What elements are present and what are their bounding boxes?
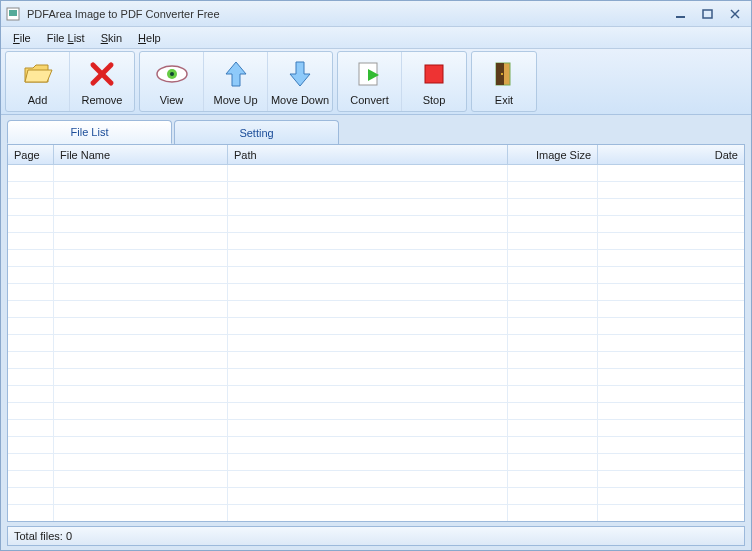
stop-label: Stop xyxy=(423,94,446,106)
stop-icon xyxy=(422,58,446,90)
toolbar-group-action: Convert Stop xyxy=(337,51,467,112)
moveup-label: Move Up xyxy=(213,94,257,106)
menu-skin[interactable]: Skin xyxy=(95,30,128,46)
menu-filelist[interactable]: File List xyxy=(41,30,91,46)
tabs: File List Setting xyxy=(1,115,751,144)
convert-button[interactable]: Convert xyxy=(338,52,402,111)
menubar: File File List Skin Help xyxy=(1,27,751,49)
movedown-label: Move Down xyxy=(271,94,329,106)
toolbar-group-file: Add Remove xyxy=(5,51,135,112)
menu-file[interactable]: File xyxy=(7,30,37,46)
view-button[interactable]: View xyxy=(140,52,204,111)
file-list-panel: Page File Name Path Image Size Date xyxy=(7,144,745,522)
table-row[interactable] xyxy=(8,233,744,250)
table-row[interactable] xyxy=(8,199,744,216)
toolbar-group-exit: Exit xyxy=(471,51,537,112)
statusbar: Total files: 0 xyxy=(7,526,745,546)
table-row[interactable] xyxy=(8,505,744,521)
table-row[interactable] xyxy=(8,420,744,437)
minimize-button[interactable] xyxy=(669,6,693,22)
tab-setting[interactable]: Setting xyxy=(174,120,339,144)
toolbar: Add Remove View Move Up Move Down xyxy=(1,49,751,115)
exit-label: Exit xyxy=(495,94,513,106)
table-row[interactable] xyxy=(8,488,744,505)
tab-filelist-label: File List xyxy=(71,126,109,138)
table-row[interactable] xyxy=(8,216,744,233)
door-exit-icon xyxy=(490,58,518,90)
convert-label: Convert xyxy=(350,94,389,106)
table-row[interactable] xyxy=(8,318,744,335)
table-row[interactable] xyxy=(8,352,744,369)
svg-point-10 xyxy=(170,72,174,76)
exit-button[interactable]: Exit xyxy=(472,52,536,111)
table-row[interactable] xyxy=(8,267,744,284)
folder-open-icon xyxy=(22,58,54,90)
col-page[interactable]: Page xyxy=(8,145,54,164)
maximize-button[interactable] xyxy=(696,6,720,22)
app-window: PDFArea Image to PDF Converter Free File… xyxy=(0,0,752,551)
svg-rect-12 xyxy=(425,65,443,83)
status-text: Total files: 0 xyxy=(14,530,72,542)
titlebar: PDFArea Image to PDF Converter Free xyxy=(1,1,751,27)
tab-setting-label: Setting xyxy=(239,127,273,139)
remove-button[interactable]: Remove xyxy=(70,52,134,111)
window-title: PDFArea Image to PDF Converter Free xyxy=(27,8,220,20)
table-row[interactable] xyxy=(8,437,744,454)
tab-filelist[interactable]: File List xyxy=(7,120,172,144)
convert-icon xyxy=(355,58,385,90)
table-row[interactable] xyxy=(8,335,744,352)
table-row[interactable] xyxy=(8,301,744,318)
remove-label: Remove xyxy=(82,94,123,106)
arrow-up-icon xyxy=(224,58,248,90)
arrow-down-icon xyxy=(288,58,312,90)
delete-x-icon xyxy=(87,58,117,90)
stop-button[interactable]: Stop xyxy=(402,52,466,111)
close-button[interactable] xyxy=(723,6,747,22)
table-row[interactable] xyxy=(8,403,744,420)
svg-point-15 xyxy=(501,73,503,75)
add-button[interactable]: Add xyxy=(6,52,70,111)
table-row[interactable] xyxy=(8,369,744,386)
table-row[interactable] xyxy=(8,454,744,471)
table-header: Page File Name Path Image Size Date xyxy=(8,145,744,165)
table-row[interactable] xyxy=(8,284,744,301)
table-row[interactable] xyxy=(8,165,744,182)
movedown-button[interactable]: Move Down xyxy=(268,52,332,111)
svg-rect-3 xyxy=(703,10,712,18)
col-path[interactable]: Path xyxy=(228,145,508,164)
moveup-button[interactable]: Move Up xyxy=(204,52,268,111)
table-row[interactable] xyxy=(8,471,744,488)
svg-rect-1 xyxy=(9,10,17,16)
col-imagesize[interactable]: Image Size xyxy=(508,145,598,164)
eye-icon xyxy=(155,58,189,90)
table-row[interactable] xyxy=(8,386,744,403)
col-date[interactable]: Date xyxy=(598,145,744,164)
col-filename[interactable]: File Name xyxy=(54,145,228,164)
table-row[interactable] xyxy=(8,250,744,267)
add-label: Add xyxy=(28,94,48,106)
table-row[interactable] xyxy=(8,182,744,199)
view-label: View xyxy=(160,94,184,106)
menu-help[interactable]: Help xyxy=(132,30,167,46)
toolbar-group-view: View Move Up Move Down xyxy=(139,51,333,112)
app-icon xyxy=(5,6,21,22)
table-body[interactable] xyxy=(8,165,744,521)
